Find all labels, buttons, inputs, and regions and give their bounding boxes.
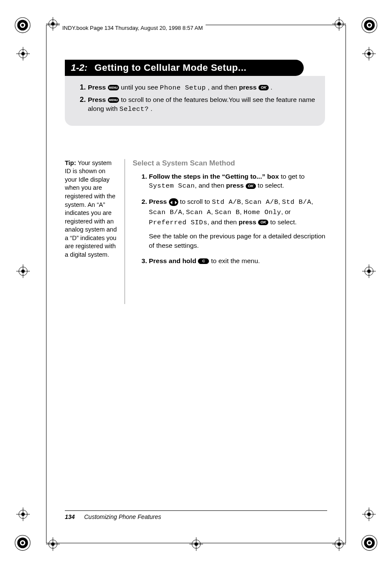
column-divider: [125, 159, 125, 304]
registration-mark-icon: [360, 534, 378, 552]
lcd-text: Select?: [119, 105, 149, 113]
running-header: INDY.book Page 134 Thursday, August 20, …: [60, 25, 206, 31]
page-footer: 134 Customizing Phone Features: [65, 513, 161, 520]
scroll-key-icon: [169, 198, 178, 206]
footer-rule: [65, 510, 327, 511]
svg-point-15: [368, 542, 371, 544]
step-note: See the table on the previous page for a…: [149, 232, 327, 250]
main-step-1: Follow the steps in the “Getting to...” …: [149, 172, 327, 191]
registration-mark-icon: [360, 16, 378, 34]
svg-point-7: [368, 24, 371, 26]
crop-frame-right: [346, 25, 346, 543]
crosshair-icon: [362, 507, 376, 521]
svg-point-43: [51, 22, 55, 26]
lcd-text: Std A/B: [212, 198, 241, 206]
crosshair-icon: [362, 264, 376, 278]
menu-key-icon: MENU: [108, 85, 119, 90]
c-key-icon: C: [198, 258, 209, 264]
svg-point-19: [21, 52, 25, 55]
svg-point-47: [337, 22, 341, 26]
section-number: 1-2:: [71, 62, 87, 73]
crosshair-icon: [332, 537, 346, 551]
lcd-text: Home Only: [244, 209, 281, 216]
menu-key-icon: MENU: [108, 97, 119, 103]
lcd-text: Preferred SIDs: [149, 219, 207, 226]
svg-point-59: [195, 542, 198, 546]
crosshair-icon: [332, 17, 346, 31]
main-column: Select a System Scan Method Follow the s…: [133, 159, 327, 304]
page-number: 134: [65, 513, 75, 520]
svg-point-39: [367, 513, 371, 516]
crosshair-icon: [362, 47, 376, 61]
ok-key-icon: OK: [258, 220, 268, 225]
greybox-step-2: Press MENU to scroll to one of the featu…: [88, 95, 317, 114]
svg-point-3: [21, 24, 24, 26]
crosshair-icon: [16, 264, 30, 278]
press-label: Press: [88, 84, 108, 91]
lcd-text: Scan B/A: [149, 209, 182, 216]
crop-frame-left: [46, 25, 46, 543]
ok-key-icon: OK: [246, 183, 256, 189]
svg-point-27: [21, 270, 25, 273]
lcd-text: System Scan: [149, 182, 195, 190]
chapter-title: Customizing Phone Features: [84, 513, 161, 520]
lcd-text: Scan B: [215, 209, 240, 216]
svg-point-23: [367, 52, 371, 55]
crosshair-icon: [46, 537, 60, 551]
lcd-text: Scan A/B: [245, 198, 278, 206]
greybox-step-1: Press MENU until you see Phone Setup , a…: [88, 83, 317, 93]
ok-key-icon: OK: [258, 85, 269, 90]
getting-to-box: Press MENU until you see Phone Setup , a…: [65, 76, 325, 126]
svg-point-11: [21, 542, 24, 544]
main-step-3: Press and hold C to exit the menu.: [149, 256, 327, 266]
lcd-text: Scan A: [186, 209, 211, 216]
subsection-heading: Select a System Scan Method: [133, 159, 327, 168]
main-step-2: Press to scroll to Std A/B, Scan A/B, St…: [149, 197, 327, 250]
svg-point-51: [51, 542, 55, 546]
lcd-text: Phone Setup: [160, 84, 206, 92]
svg-point-35: [21, 513, 25, 516]
lcd-text: Std B/A: [282, 198, 311, 206]
crosshair-icon: [16, 47, 30, 61]
tip-sidebar: Tip: Your system ID is shown on your Idl…: [65, 159, 125, 304]
registration-mark-icon: [14, 16, 32, 34]
crosshair-icon: [189, 537, 203, 551]
crosshair-icon: [46, 17, 60, 31]
press-label: Press: [88, 96, 108, 103]
tip-label: Tip:: [65, 159, 78, 166]
svg-point-31: [367, 270, 371, 273]
tip-body: Your system ID is shown on your Idle dis…: [65, 159, 117, 258]
section-header: 1-2: Getting to Cellular Mode Setup...: [65, 60, 304, 76]
registration-mark-icon: [14, 534, 32, 552]
section-title: Getting to Cellular Mode Setup...: [95, 62, 247, 73]
crosshair-icon: [16, 507, 30, 521]
svg-point-55: [337, 542, 341, 546]
